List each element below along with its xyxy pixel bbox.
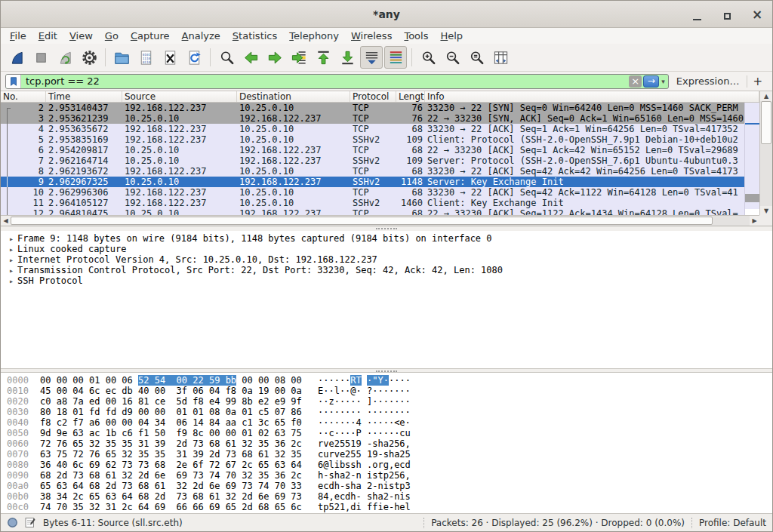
find-packet-button[interactable] — [215, 46, 238, 69]
hex-row[interactable]: 007063 75 72 76 65 32 35 35 31 39 2d 73 … — [1, 449, 772, 460]
packet-row-8[interactable]: 82.962193672192.168.122.23710.25.0.10TCP… — [1, 166, 744, 177]
save-file-button[interactable]: 010111100110 — [134, 46, 157, 69]
horizontal-scrollbar-thumb[interactable] — [11, 217, 713, 225]
detail-row[interactable]: ▸Linux cooked capture — [1, 244, 772, 254]
capture-options-button[interactable] — [78, 46, 100, 69]
menu-go[interactable]: Go — [99, 29, 125, 42]
packet-row-2[interactable]: 22.953140437192.168.122.23710.25.0.10TCP… — [1, 103, 744, 113]
menu-edit[interactable]: Edit — [32, 29, 63, 42]
packet-row-5[interactable]: 52.953835169192.168.122.23710.25.0.10SSH… — [1, 134, 744, 145]
column-header-protocol[interactable]: Protocol — [350, 91, 396, 102]
cell-proto: TCP — [350, 145, 396, 155]
expand-arrow-icon[interactable]: ▸ — [5, 244, 17, 255]
hex-row[interactable]: 000000 00 00 01 00 06 52 54 00 22 59 bb … — [1, 375, 772, 386]
filter-bookmark-button[interactable] — [6, 75, 21, 88]
expand-arrow-icon[interactable]: ▸ — [5, 255, 17, 266]
filter-clear-button[interactable]: × — [629, 75, 642, 88]
detail-row[interactable]: ▸Transmission Control Protocol, Src Port… — [1, 265, 772, 275]
expression-button[interactable]: Expression… — [669, 75, 747, 87]
hex-row[interactable]: 009068 2d 73 68 61 32 2d 6e 69 73 74 70 … — [1, 470, 772, 481]
zoom-in-button[interactable] — [417, 46, 439, 69]
resize-columns-button[interactable] — [489, 46, 512, 69]
open-file-button[interactable] — [110, 46, 133, 69]
horizontal-scrollbar[interactable]: ◀ ▶ — [1, 215, 759, 226]
close-button[interactable]: × — [751, 8, 763, 20]
menu-telephony[interactable]: Telephony — [283, 29, 345, 42]
column-header-no[interactable]: No. — [1, 91, 46, 102]
display-filter-field[interactable]: × → ▾ — [5, 74, 669, 89]
packet-row-9[interactable]: 92.96296732510.25.0.10192.168.122.237SSH… — [1, 177, 744, 187]
vertical-scrollbar-thumb[interactable] — [761, 101, 771, 144]
detail-row[interactable]: ▸Internet Protocol Version 4, Src: 10.25… — [1, 254, 772, 265]
colorize-button[interactable] — [384, 46, 407, 69]
column-header-source[interactable]: Source — [122, 91, 237, 102]
start-capture-button[interactable] — [5, 46, 28, 69]
packet-row-4[interactable]: 42.953635672192.168.122.23710.25.0.10TCP… — [1, 124, 744, 134]
column-header-destination[interactable]: Destination — [237, 91, 350, 102]
packet-row-3[interactable]: 32.95362123910.25.0.10192.168.122.237TCP… — [1, 113, 744, 124]
hex-row[interactable]: 00b038 34 2c 65 63 64 68 2d 73 68 61 32 … — [1, 491, 772, 502]
hex-row[interactable]: 001045 00 04 6c ec db 40 00 3f 06 04 f8 … — [1, 386, 772, 396]
menu-tools[interactable]: Tools — [398, 29, 434, 42]
display-filter-input[interactable] — [21, 75, 629, 87]
menu-file[interactable]: File — [4, 29, 32, 42]
hex-row[interactable]: 0040f8 c2 f7 a6 00 00 04 34 06 14 84 aa … — [1, 417, 772, 428]
hex-row[interactable]: 008036 40 6c 69 62 73 73 68 2e 6f 72 67 … — [1, 460, 772, 470]
column-header-length[interactable]: Length — [396, 91, 425, 102]
column-header-info[interactable]: Info — [425, 91, 759, 102]
detail-row[interactable]: ▸SSH Protocol — [1, 275, 772, 286]
menu-analyze[interactable]: Analyze — [176, 29, 226, 42]
stop-capture-button[interactable] — [29, 46, 52, 69]
expand-arrow-icon[interactable]: ▸ — [5, 276, 17, 287]
packet-row-11[interactable]: 112.964105127192.168.122.23710.25.0.10SS… — [1, 198, 744, 208]
packet-row-7[interactable]: 72.96216471410.25.0.10192.168.122.237SSH… — [1, 155, 744, 166]
hex-row[interactable]: 00c074 70 35 32 31 2c 64 69 66 66 69 65 … — [1, 502, 772, 512]
menu-wireless[interactable]: Wireless — [345, 29, 398, 42]
go-to-packet-button[interactable] — [288, 46, 310, 69]
go-forward-button[interactable] — [263, 46, 286, 69]
filter-dropdown-button[interactable]: ▾ — [661, 78, 668, 85]
go-last-button[interactable] — [336, 46, 359, 69]
hex-offset: 0030 — [7, 407, 40, 417]
pane-splitter-bottom[interactable] — [1, 368, 772, 372]
menu-view[interactable]: View — [63, 29, 99, 42]
go-first-button[interactable] — [312, 46, 334, 69]
capture-comment-icon[interactable] — [25, 517, 36, 528]
hex-row[interactable]: 00a065 63 64 68 2d 73 68 61 32 2d 6e 69 … — [1, 481, 772, 491]
scroll-up-arrow[interactable]: ▲ — [760, 91, 772, 101]
minimize-button[interactable] — [691, 8, 703, 20]
detail-row[interactable]: ▸Frame 9: 1148 bytes on wire (9184 bits)… — [1, 233, 772, 244]
packet-row-10[interactable]: 102.962996306192.168.122.23710.25.0.10TC… — [1, 187, 744, 198]
expand-arrow-icon[interactable]: ▸ — [5, 266, 17, 276]
cell-no: 7 — [1, 155, 46, 166]
hex-row[interactable]: 0020c0 a8 7a ed 00 16 81 ce 5d f8 e4 99 … — [1, 396, 772, 407]
hex-row[interactable]: 003080 18 01 fd fd d9 00 00 01 01 08 0a … — [1, 407, 772, 417]
reload-file-button[interactable] — [183, 46, 205, 69]
pane-splitter-top[interactable] — [1, 226, 772, 231]
restart-capture-button[interactable] — [54, 46, 76, 69]
close-file-button[interactable] — [159, 46, 181, 69]
add-filter-button[interactable]: + — [747, 75, 768, 88]
intelligent-scrollbar-minimap[interactable] — [744, 103, 759, 216]
auto-scroll-button[interactable] — [360, 46, 383, 69]
zoom-original-button[interactable] — [465, 46, 488, 69]
hex-row[interactable]: 006072 76 65 32 35 35 31 39 2d 73 68 61 … — [1, 438, 772, 449]
menu-statistics[interactable]: Statistics — [226, 29, 283, 42]
scroll-left-arrow[interactable]: ◀ — [1, 216, 11, 226]
zoom-out-button[interactable] — [441, 46, 463, 69]
scroll-right-arrow[interactable]: ▶ — [750, 216, 759, 226]
hex-ascii: ··c····P ······cu — [318, 428, 411, 438]
menu-help[interactable]: Help — [434, 29, 469, 42]
profile-text[interactable]: Profile: Default — [699, 518, 766, 528]
cell-proto: TCP — [350, 113, 396, 124]
maximize-button[interactable] — [721, 8, 733, 20]
go-back-button[interactable] — [239, 46, 262, 69]
filter-apply-button[interactable]: → — [643, 75, 659, 88]
hex-row[interactable]: 00509d 9e 63 ac 1b c6 f1 50 f9 8c 00 00 … — [1, 428, 772, 438]
column-header-time[interactable]: Time — [46, 91, 122, 102]
expand-arrow-icon[interactable]: ▸ — [5, 234, 17, 244]
expert-info-icon[interactable] — [7, 517, 18, 528]
vertical-scrollbar[interactable]: ▲ ▼ — [759, 91, 772, 216]
packet-row-6[interactable]: 62.95420981710.25.0.10192.168.122.237TCP… — [1, 145, 744, 155]
menu-capture[interactable]: Capture — [125, 29, 176, 42]
